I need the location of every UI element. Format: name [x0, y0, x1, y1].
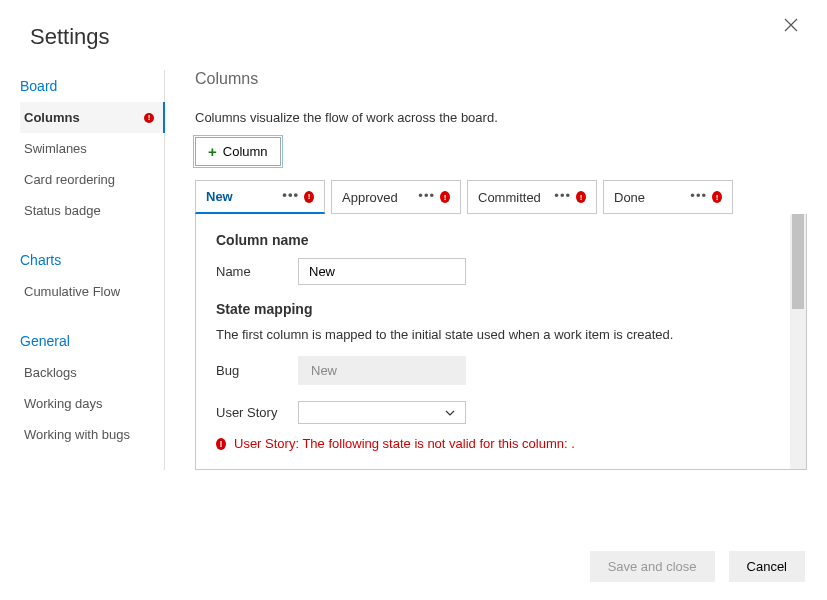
sidebar-item-label: Working with bugs: [24, 427, 130, 442]
plus-icon: +: [208, 143, 217, 160]
sidebar-item-working-with-bugs[interactable]: Working with bugs: [20, 419, 164, 450]
column-tabs: New ••• Approved ••• Committed •••: [195, 180, 807, 214]
cancel-button[interactable]: Cancel: [729, 551, 805, 582]
main-description: Columns visualize the flow of work acros…: [195, 110, 807, 125]
error-icon: [144, 113, 154, 123]
sidebar-item-label: Swimlanes: [24, 141, 87, 156]
user-story-label: User Story: [216, 405, 298, 420]
tab-label: Done: [614, 190, 645, 205]
chevron-down-icon: [445, 407, 455, 418]
sidebar-item-label: Backlogs: [24, 365, 77, 380]
error-icon: [712, 191, 722, 203]
validation-error: User Story: The following state is not v…: [216, 436, 770, 451]
bug-label: Bug: [216, 363, 298, 378]
column-tab-approved[interactable]: Approved •••: [331, 180, 461, 214]
save-and-close-button[interactable]: Save and close: [590, 551, 715, 582]
more-icon[interactable]: •••: [554, 189, 571, 202]
settings-sidebar: Board Columns Swimlanes Card reordering …: [20, 70, 165, 470]
column-detail-panel: Column name Name State mapping The first…: [196, 214, 790, 469]
more-icon[interactable]: •••: [282, 188, 299, 201]
sidebar-section-general: General: [20, 325, 164, 357]
tab-label: New: [206, 189, 233, 204]
column-tab-done[interactable]: Done •••: [603, 180, 733, 214]
sidebar-section-board: Board: [20, 70, 164, 102]
main-heading: Columns: [195, 70, 807, 88]
tab-label: Committed: [478, 190, 541, 205]
tab-label: Approved: [342, 190, 398, 205]
sidebar-item-label: Columns: [24, 110, 80, 125]
add-column-button[interactable]: + Column: [195, 137, 281, 166]
user-story-state-select[interactable]: [298, 401, 466, 424]
sidebar-item-cumulative-flow[interactable]: Cumulative Flow: [20, 276, 164, 307]
page-title: Settings: [30, 24, 110, 50]
error-icon: [440, 191, 450, 203]
sidebar-item-backlogs[interactable]: Backlogs: [20, 357, 164, 388]
error-icon: [216, 438, 226, 450]
error-icon: [304, 191, 314, 203]
state-mapping-heading: State mapping: [216, 301, 770, 317]
column-tab-new[interactable]: New •••: [195, 180, 325, 214]
sidebar-item-working-days[interactable]: Working days: [20, 388, 164, 419]
error-icon: [576, 191, 586, 203]
main-panel: Columns Columns visualize the flow of wo…: [165, 70, 807, 470]
scrollbar[interactable]: [790, 214, 806, 469]
active-indicator: [163, 102, 165, 133]
sidebar-item-columns[interactable]: Columns: [20, 102, 164, 133]
column-name-heading: Column name: [216, 232, 770, 248]
column-name-input[interactable]: [298, 258, 466, 285]
bug-state-readonly: New: [298, 356, 466, 385]
sidebar-item-status-badge[interactable]: Status badge: [20, 195, 164, 226]
column-tab-committed[interactable]: Committed •••: [467, 180, 597, 214]
close-icon[interactable]: [780, 14, 802, 40]
sidebar-item-card-reordering[interactable]: Card reordering: [20, 164, 164, 195]
error-text: User Story: The following state is not v…: [234, 436, 575, 451]
add-column-label: Column: [223, 144, 268, 159]
sidebar-section-charts: Charts: [20, 244, 164, 276]
scrollbar-thumb[interactable]: [792, 214, 804, 309]
sidebar-item-label: Cumulative Flow: [24, 284, 120, 299]
sidebar-item-label: Status badge: [24, 203, 101, 218]
name-label: Name: [216, 264, 298, 279]
more-icon[interactable]: •••: [418, 189, 435, 202]
more-icon[interactable]: •••: [690, 189, 707, 202]
sidebar-item-label: Working days: [24, 396, 103, 411]
sidebar-item-swimlanes[interactable]: Swimlanes: [20, 133, 164, 164]
sidebar-item-label: Card reordering: [24, 172, 115, 187]
state-mapping-description: The first column is mapped to the initia…: [216, 327, 770, 342]
